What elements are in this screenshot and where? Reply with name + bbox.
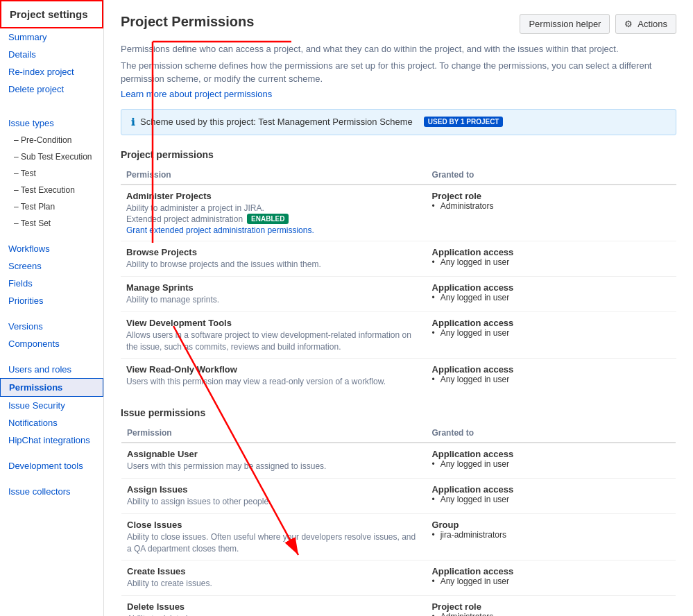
grant-value: Any logged in user bbox=[432, 293, 671, 302]
sidebar-item-priorities[interactable]: Priorities bbox=[0, 292, 103, 309]
permission-desc: Ability to assign issues to other people… bbox=[127, 496, 420, 508]
permission-desc: Ability to manage sprints. bbox=[126, 294, 421, 306]
permission-desc: Ability to create issues. bbox=[127, 578, 420, 590]
grant-type: Application access bbox=[431, 449, 670, 459]
enabled-badge: ENABLED bbox=[247, 214, 289, 224]
col-permission-header: Permission bbox=[121, 166, 427, 185]
sidebar-item-delete[interactable]: Delete project bbox=[0, 80, 103, 98]
grant-value: Any logged in user bbox=[431, 576, 670, 586]
grant-type: Application access bbox=[432, 318, 671, 328]
sidebar-item-sub-test[interactable]: – Sub Test Execution bbox=[0, 148, 103, 165]
table-row: Delete IssuesAbility to delete issues.Pr… bbox=[121, 596, 676, 616]
grant-value: Administrators bbox=[432, 201, 671, 211]
table-row: Manage SprintsAbility to manage sprints.… bbox=[121, 277, 676, 312]
table-row: Close IssuesAbility to close issues. Oft… bbox=[121, 513, 676, 561]
grant-type: Application access bbox=[432, 247, 671, 257]
permission-name: Assignable User bbox=[127, 449, 420, 459]
permission-name: Assign Issues bbox=[127, 484, 420, 495]
grant-type: Application access bbox=[431, 484, 670, 495]
used-badge: USED BY 1 PROJECT bbox=[424, 117, 504, 127]
permission-name: Administer Projects bbox=[126, 191, 421, 201]
description-2: The permission scheme defines how the pe… bbox=[121, 59, 676, 86]
page-title: Project Permissions bbox=[121, 14, 254, 30]
sidebar-item-versions[interactable]: Versions bbox=[0, 318, 103, 335]
table-row: Browse ProjectsAbility to browse project… bbox=[121, 241, 676, 277]
sidebar-item-test-set[interactable]: – Test Set bbox=[0, 215, 103, 232]
permission-name: Manage Sprints bbox=[126, 282, 421, 293]
sidebar-item-users-roles[interactable]: Users and roles bbox=[0, 361, 103, 378]
permission-name: View Read-Only Workflow bbox=[126, 364, 421, 375]
permission-desc: Ability to close issues. Often useful wh… bbox=[127, 531, 420, 555]
sidebar-item-fields[interactable]: Fields bbox=[0, 275, 103, 292]
sidebar-item-components[interactable]: Components bbox=[0, 335, 103, 352]
grant-value: Administrators bbox=[431, 612, 670, 616]
col-granted-header: Granted to bbox=[427, 166, 676, 185]
grant-value: Any logged in user bbox=[432, 328, 671, 338]
permission-desc: Allows users in a software project to vi… bbox=[126, 330, 421, 353]
grant-value: jira-administrators bbox=[431, 530, 670, 540]
sidebar-item-dev-tools[interactable]: Development tools bbox=[0, 457, 103, 474]
main-content: Project Permissions Permission helper ⚙ … bbox=[104, 0, 693, 616]
table-row: Assign IssuesAbility to assign issues to… bbox=[121, 479, 676, 514]
table-row: View Development ToolsAllows users in a … bbox=[121, 311, 676, 359]
permission-name: View Development Tools bbox=[126, 318, 421, 328]
project-permissions-table: Permission Granted to Administer Project… bbox=[121, 166, 676, 394]
grant-type: Group bbox=[431, 520, 670, 530]
grant-ext-admin-link[interactable]: Grant extended project administration pe… bbox=[126, 225, 421, 235]
banner-text: Scheme used by this project: Test Manage… bbox=[140, 117, 413, 127]
description-1: Permissions define who can access a proj… bbox=[121, 42, 676, 56]
extended-admin-label: Extended project administration ENABLED bbox=[126, 214, 421, 224]
sidebar-item-screens[interactable]: Screens bbox=[0, 257, 103, 275]
table-row: Administer ProjectsAbility to administer… bbox=[121, 185, 676, 241]
main-wrapper: Project Permissions Permission helper ⚙ … bbox=[104, 0, 693, 616]
sidebar-item-permissions[interactable]: Permissions bbox=[0, 378, 103, 397]
sidebar-item-pre-condition[interactable]: – Pre-Condition bbox=[0, 132, 103, 148]
col-granted-header-2: Granted to bbox=[426, 424, 676, 443]
col-permission-header-2: Permission bbox=[121, 424, 426, 443]
permission-desc: Users with this permission may view a re… bbox=[126, 376, 421, 388]
permission-desc: Ability to administer a project in JIRA. bbox=[126, 203, 421, 214]
sidebar-item-details[interactable]: Details bbox=[0, 46, 103, 63]
project-permissions-heading: Project permissions bbox=[121, 149, 676, 160]
sidebar-item-notifications[interactable]: Notifications bbox=[0, 414, 103, 431]
sidebar-item-issue-types-header[interactable]: Issue types bbox=[0, 114, 103, 132]
sidebar-item-issue-collectors[interactable]: Issue collectors bbox=[0, 483, 103, 500]
grant-type: Application access bbox=[432, 282, 671, 293]
grant-value: Any logged in user bbox=[431, 495, 670, 504]
permission-desc: Ability to delete issues. bbox=[127, 613, 420, 616]
issue-permissions-heading: Issue permissions bbox=[121, 407, 676, 418]
grant-value: Any logged in user bbox=[431, 459, 670, 469]
table-row: View Read-Only WorkflowUsers with this p… bbox=[121, 359, 676, 393]
sidebar-item-hipchat[interactable]: HipChat integrations bbox=[0, 431, 103, 449]
permission-name: Browse Projects bbox=[126, 247, 421, 257]
sidebar-title: Project settings bbox=[0, 0, 103, 28]
permission-name: Create Issues bbox=[127, 566, 420, 576]
grant-type: Project role bbox=[431, 601, 670, 612]
table-row: Create IssuesAbility to create issues.Ap… bbox=[121, 561, 676, 596]
sidebar-item-workflows[interactable]: Workflows bbox=[0, 240, 103, 257]
table-row: Assignable UserUsers with this permissio… bbox=[121, 443, 676, 478]
sidebar-item-test-plan[interactable]: – Test Plan bbox=[0, 198, 103, 215]
sidebar-item-summary[interactable]: Summary bbox=[0, 28, 103, 46]
sidebar-nav: SummaryDetailsRe-index projectDelete pro… bbox=[0, 28, 103, 500]
sidebar-item-test-exec[interactable]: – Test Execution bbox=[0, 182, 103, 198]
sidebar-item-test[interactable]: – Test bbox=[0, 165, 103, 182]
sidebar: Project settings SummaryDetailsRe-index … bbox=[0, 0, 104, 616]
grant-type: Application access bbox=[432, 364, 671, 375]
permission-name: Delete Issues bbox=[127, 601, 420, 612]
grant-type: Application access bbox=[431, 566, 670, 576]
sidebar-item-issue-security[interactable]: Issue Security bbox=[0, 397, 103, 414]
info-icon: ℹ bbox=[131, 117, 135, 128]
sidebar-item-reindex[interactable]: Re-index project bbox=[0, 63, 103, 80]
grant-value: Any logged in user bbox=[432, 257, 671, 267]
permission-desc: Users with this permission may be assign… bbox=[127, 461, 420, 472]
actions-button[interactable]: ⚙ Actions bbox=[615, 14, 676, 34]
info-banner: ℹ Scheme used by this project: Test Mana… bbox=[121, 109, 676, 135]
permission-name: Close Issues bbox=[127, 520, 420, 530]
gear-icon: ⚙ bbox=[624, 19, 633, 29]
issue-permissions-table: Permission Granted to Assignable UserUse… bbox=[121, 424, 676, 616]
learn-more-link[interactable]: Learn more about project permissions bbox=[121, 89, 676, 99]
grant-value: Any logged in user bbox=[432, 375, 671, 384]
grant-type: Project role bbox=[432, 191, 671, 201]
permission-helper-button[interactable]: Permission helper bbox=[520, 14, 610, 34]
